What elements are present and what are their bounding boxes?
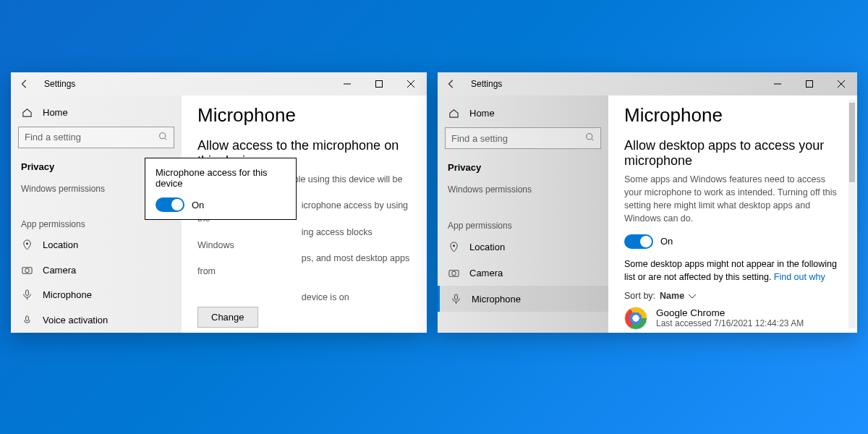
- sidebar-item-label: Camera: [43, 265, 76, 276]
- sidebar-item-label: Microphone: [43, 289, 92, 300]
- search-input[interactable]: Find a setting: [18, 127, 174, 148]
- svg-point-9: [453, 244, 455, 247]
- sidebar-item-label: Location: [43, 239, 78, 250]
- search-placeholder: Find a setting: [451, 133, 508, 144]
- scrollbar-thumb[interactable]: [849, 103, 855, 182]
- home-icon: [448, 107, 459, 119]
- sidebar-item-location[interactable]: Location: [11, 232, 182, 258]
- sidebar-item-location[interactable]: Location: [438, 234, 608, 260]
- sidebar-item-microphone[interactable]: Microphone: [438, 286, 608, 312]
- microphone-icon: [450, 293, 461, 305]
- content-pane: Microphone Allow desktop apps to access …: [608, 95, 857, 333]
- app-row-chrome[interactable]: Google Chrome Last accessed 7/16/2021 12…: [624, 307, 841, 330]
- sort-by[interactable]: Sort by: Name: [624, 291, 841, 301]
- titlebar: Settings: [11, 72, 427, 95]
- app-subtext: Last accessed 7/16/2021 12:44:23 AM: [656, 318, 804, 328]
- sidebar-group-windows-permissions: Windows permissions: [438, 174, 608, 197]
- chevron-down-icon: [689, 291, 696, 301]
- search-icon: [585, 132, 595, 144]
- section-body: Some apps and Windows features need to a…: [624, 173, 841, 226]
- svg-rect-12: [454, 294, 457, 299]
- toggle-label: On: [192, 200, 204, 210]
- svg-point-8: [587, 134, 592, 140]
- sidebar-category: Privacy: [438, 155, 608, 174]
- search-input[interactable]: Find a setting: [445, 127, 601, 149]
- settings-window-right: Settings Home Find a setting: [438, 72, 857, 333]
- svg-rect-5: [25, 290, 28, 296]
- sidebar-group-app-permissions: App permissions: [438, 210, 608, 234]
- sidebar-item-home[interactable]: Home: [438, 100, 608, 126]
- popover-heading: Microphone access for this device: [156, 167, 286, 189]
- sidebar-item-label: Camera: [469, 268, 503, 278]
- sidebar-item-label: Voice activation: [43, 315, 108, 326]
- search-icon: [158, 132, 168, 143]
- svg-point-4: [25, 268, 29, 273]
- minimize-button[interactable]: [762, 72, 793, 95]
- svg-rect-0: [376, 81, 383, 88]
- change-button[interactable]: Change: [197, 307, 258, 328]
- microphone-access-popover: Microphone access for this device On: [145, 158, 297, 220]
- svg-point-1: [160, 132, 166, 138]
- sidebar-item-home[interactable]: Home: [11, 100, 182, 125]
- svg-point-11: [451, 271, 456, 276]
- sidebar-item-camera[interactable]: Camera: [11, 258, 182, 283]
- window-title: Settings: [44, 79, 75, 89]
- toggle-device-access[interactable]: [156, 197, 184, 212]
- close-button[interactable]: [825, 72, 857, 95]
- window-title: Settings: [471, 79, 502, 89]
- voice-icon: [21, 315, 33, 326]
- svg-point-2: [26, 242, 28, 244]
- svg-rect-6: [25, 316, 28, 321]
- find-out-why-link[interactable]: Find out why: [774, 272, 825, 282]
- chrome-icon: [624, 307, 647, 330]
- location-icon: [448, 241, 459, 252]
- svg-rect-7: [807, 81, 813, 88]
- camera-icon: [21, 264, 33, 276]
- back-icon[interactable]: [18, 77, 31, 90]
- back-icon[interactable]: [445, 77, 458, 90]
- close-button[interactable]: [395, 72, 427, 95]
- microphone-icon: [21, 289, 33, 301]
- sidebar-item-label: Microphone: [472, 294, 521, 305]
- sidebar-item-camera[interactable]: Camera: [438, 260, 608, 286]
- app-name: Google Chrome: [656, 307, 804, 318]
- maximize-button[interactable]: [793, 72, 825, 95]
- sidebar-item-label: Home: [469, 108, 495, 119]
- page-title: Microphone: [197, 104, 411, 127]
- minimize-button[interactable]: [331, 72, 363, 95]
- toggle-desktop-apps[interactable]: [624, 234, 653, 249]
- sidebar-item-label: Location: [469, 242, 505, 252]
- scrollbar[interactable]: [848, 100, 856, 328]
- search-placeholder: Find a setting: [25, 132, 81, 142]
- page-title: Microphone: [624, 104, 841, 127]
- toggle-label: On: [660, 236, 673, 247]
- camera-icon: [448, 267, 459, 278]
- sidebar-item-voice-activation[interactable]: Voice activation: [11, 307, 182, 333]
- location-icon: [21, 239, 33, 250]
- note-text: Some desktop apps might not appear in th…: [624, 258, 841, 284]
- sidebar-item-microphone[interactable]: Microphone: [11, 283, 182, 308]
- section-heading-desktop-apps: Allow desktop apps to access your microp…: [624, 138, 841, 169]
- titlebar: Settings: [438, 72, 857, 95]
- maximize-button[interactable]: [363, 72, 395, 95]
- sidebar-item-label: Home: [43, 107, 68, 118]
- home-icon: [21, 106, 33, 118]
- sidebar: Home Find a setting Privacy Windows perm…: [438, 95, 608, 333]
